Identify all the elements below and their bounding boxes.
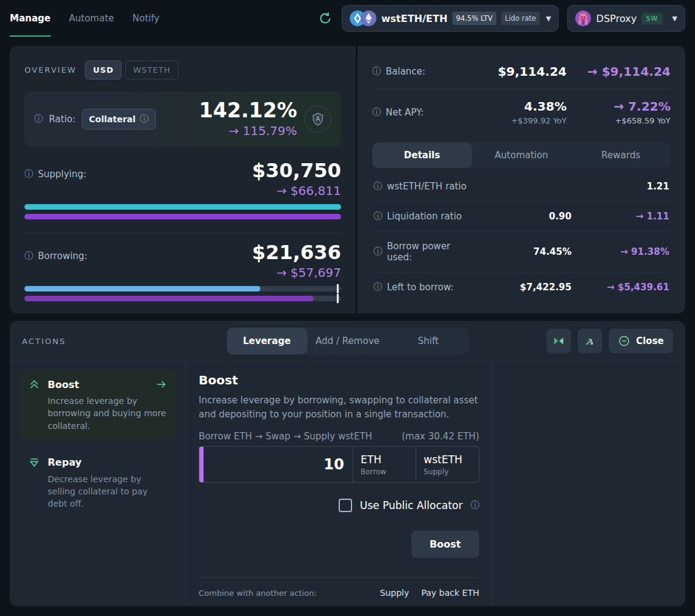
automation-shield-icon[interactable]: A bbox=[304, 106, 331, 133]
arrow-right-icon bbox=[155, 378, 167, 391]
details-tabs: Details Automation Rewards bbox=[372, 142, 671, 168]
butterfly-icon[interactable] bbox=[546, 329, 571, 353]
borrow-bar-current-fill bbox=[24, 286, 260, 292]
action-list: Boost Increase leverage by borrowing and… bbox=[10, 362, 186, 606]
tab-rewards[interactable]: Rewards bbox=[571, 142, 671, 168]
liquidation-marker bbox=[337, 284, 339, 293]
amount-input-group: ETH Borrow wstETH Supply bbox=[199, 446, 479, 483]
borrow-asset-select[interactable]: ETH Borrow bbox=[353, 447, 416, 482]
row-mid-value: 74.45% bbox=[474, 246, 572, 257]
info-icon[interactable]: ⓘ bbox=[373, 246, 382, 257]
action-item-boost[interactable]: Boost Increase leverage by borrowing and… bbox=[20, 370, 176, 440]
info-icon: ⓘ bbox=[140, 114, 149, 125]
action-item-desc: Increase leverage by borrowing and buyin… bbox=[28, 395, 167, 432]
tab-add-remove[interactable]: Add / Remove bbox=[307, 328, 388, 354]
row-right-value: 1.21 bbox=[572, 181, 669, 192]
borrow-bar-after bbox=[24, 296, 341, 301]
net-apy-after-yoy: +$658.59 YoY bbox=[567, 116, 671, 125]
borrowing-value: $21,636 bbox=[252, 242, 341, 263]
supplying-section: ⓘ Supplying: $30,750 → $66,811 bbox=[24, 160, 341, 219]
nav-tab-notify-label: Notify bbox=[133, 13, 160, 24]
supplying-value: $30,750 bbox=[252, 160, 341, 182]
row-label: Liquidation ratio bbox=[387, 211, 462, 222]
proxy-selector[interactable]: DSProxy SW ▼ bbox=[567, 5, 685, 32]
empty-column bbox=[492, 362, 685, 606]
chevron-down-icon: ▼ bbox=[546, 15, 551, 23]
borrow-asset-sub: Borrow bbox=[361, 468, 408, 476]
market-selector[interactable]: wstETH/ETH 94.5% LTV Lido rate ▼ bbox=[342, 5, 559, 32]
divider bbox=[24, 233, 341, 233]
net-apy-after-value: → 7.22% bbox=[567, 99, 671, 114]
close-position-button[interactable]: Close bbox=[609, 329, 673, 353]
row-right-value: → 1.11 bbox=[572, 211, 669, 222]
boost-form: Boost Increase leverage by borrowing, sw… bbox=[186, 362, 492, 606]
action-mode-tabs: Leverage Add / Remove Shift bbox=[227, 328, 469, 354]
ltv-badge: 94.5% LTV bbox=[452, 12, 496, 25]
table-row: ⓘwstETH/ETH ratio 1.21 bbox=[372, 172, 671, 202]
use-public-allocator-checkbox[interactable] bbox=[339, 499, 352, 512]
tab-automation[interactable]: Automation bbox=[472, 142, 572, 168]
row-mid-value: $7,422.95 bbox=[474, 282, 572, 293]
info-icon[interactable]: ⓘ bbox=[471, 500, 479, 511]
toggle-usd[interactable]: USD bbox=[85, 61, 122, 79]
overview-title: OVERVIEW bbox=[24, 65, 76, 75]
allocator-row: Use Public Allocator ⓘ bbox=[199, 499, 479, 512]
row-mid-value: 0.90 bbox=[474, 211, 572, 222]
boost-submit-button[interactable]: Boost bbox=[411, 530, 479, 558]
sw-badge: SW bbox=[642, 13, 663, 24]
combine-payback-link[interactable]: Pay back ETH bbox=[421, 588, 479, 598]
app: Manage Automate Notify bbox=[0, 0, 695, 616]
ratio-card: ⓘ Ratio: Collateral ⓘ 142.12% → 115.79% bbox=[24, 92, 341, 147]
info-icon[interactable]: ⓘ bbox=[373, 211, 382, 222]
toggle-wsteth[interactable]: WSTETH bbox=[125, 61, 178, 79]
eth-token-icon bbox=[361, 10, 377, 26]
allocator-label: Use Public Allocator bbox=[360, 499, 463, 512]
info-icon[interactable]: ⓘ bbox=[34, 114, 43, 125]
borrow-asset-name: ETH bbox=[361, 453, 408, 466]
circle-minus-icon bbox=[618, 335, 630, 347]
action-item-title: Repay bbox=[48, 457, 81, 468]
combine-label: Combine with another action: bbox=[199, 588, 317, 598]
amount-input[interactable] bbox=[204, 447, 353, 482]
info-icon[interactable]: ⓘ bbox=[24, 251, 33, 262]
nav-tab-automate[interactable]: Automate bbox=[69, 0, 114, 37]
avatar bbox=[575, 10, 591, 26]
proxy-name: DSProxy bbox=[596, 13, 636, 24]
supplying-label: Supplying: bbox=[38, 169, 86, 180]
row-label: wstETH/ETH ratio bbox=[387, 181, 466, 192]
borrowing-after-value: → $57,697 bbox=[252, 265, 341, 280]
nav-tab-manage-label: Manage bbox=[10, 13, 51, 24]
info-icon[interactable]: ⓘ bbox=[373, 181, 382, 192]
shift-icon[interactable] bbox=[578, 329, 602, 353]
info-icon[interactable]: ⓘ bbox=[372, 107, 381, 118]
row-right-value: → 91.38% bbox=[572, 246, 669, 257]
actions-header: ACTIONS Leverage Add / Remove Shift bbox=[10, 321, 685, 361]
supply-bar-after-fill bbox=[24, 214, 341, 219]
chevrons-up-icon bbox=[28, 378, 40, 391]
action-item-repay[interactable]: Repay Decrease leverage by selling colla… bbox=[20, 449, 176, 518]
input-accent-bar bbox=[199, 447, 204, 482]
collateral-ratio-type-button[interactable]: Collateral ⓘ bbox=[82, 109, 156, 130]
position-summary: OVERVIEW USD WSTETH ⓘ Ratio: Collateral … bbox=[10, 46, 685, 312]
info-icon[interactable]: ⓘ bbox=[373, 282, 382, 293]
row-right-value: → $5,439.61 bbox=[572, 282, 669, 293]
combine-supply-link[interactable]: Supply bbox=[380, 588, 410, 598]
borrow-bar-current bbox=[24, 286, 341, 292]
refresh-icon[interactable] bbox=[317, 10, 333, 26]
tab-shift[interactable]: Shift bbox=[388, 328, 469, 354]
collateral-badge-label: Collateral bbox=[89, 114, 136, 124]
top-nav: Manage Automate Notify bbox=[0, 0, 695, 37]
net-apy-row: ⓘ Net APY: 4.38% +$399.92 YoY → 7.22% +$… bbox=[372, 89, 671, 135]
max-amount-label[interactable]: (max 30.42 ETH) bbox=[402, 431, 479, 442]
tab-details[interactable]: Details bbox=[372, 142, 472, 168]
liquidation-marker bbox=[337, 294, 339, 303]
table-row: ⓘLiquidation ratio 0.90 → 1.11 bbox=[372, 202, 671, 232]
info-icon[interactable]: ⓘ bbox=[24, 169, 33, 180]
nav-tab-notify[interactable]: Notify bbox=[133, 0, 160, 37]
tab-leverage[interactable]: Leverage bbox=[227, 328, 307, 354]
nav-tab-manage[interactable]: Manage bbox=[10, 0, 51, 37]
net-apy-yoy: +$399.92 YoY bbox=[450, 116, 567, 125]
supplying-after-value: → $66,811 bbox=[252, 183, 341, 198]
supply-asset-select[interactable]: wstETH Supply bbox=[416, 447, 479, 482]
info-icon[interactable]: ⓘ bbox=[372, 66, 381, 77]
